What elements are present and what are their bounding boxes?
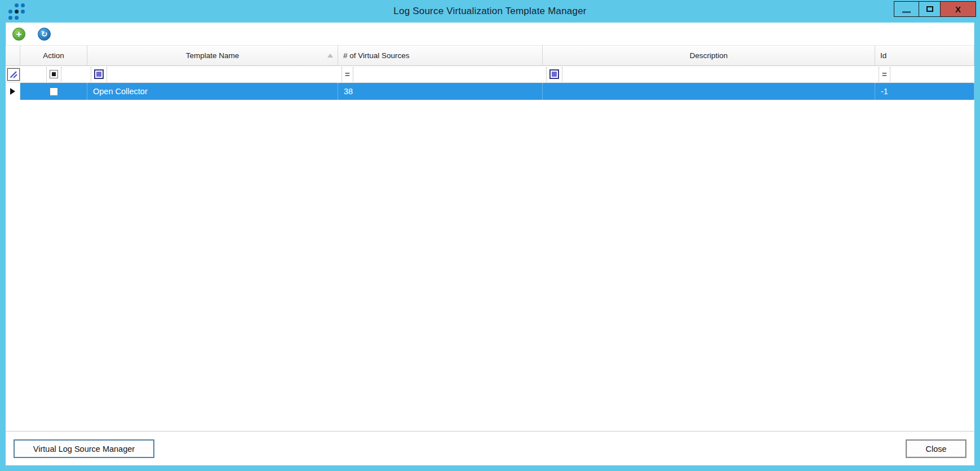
close-icon: X: [955, 5, 961, 14]
virtual-sources-cell[interactable]: 38: [338, 83, 543, 100]
row-arrow-icon: [10, 88, 15, 95]
template-name-cell[interactable]: Open Collector: [87, 83, 338, 100]
footer: Virtual Log Source Manager Close: [6, 431, 974, 465]
column-header-id[interactable]: Id: [875, 45, 974, 66]
filter-cell-description: [543, 66, 875, 83]
checkbox-indeterminate-icon: [50, 70, 58, 78]
window-controls: X: [894, 1, 976, 17]
virtual-log-source-manager-button[interactable]: Virtual Log Source Manager: [14, 439, 154, 458]
description-filter-checkbox-indeterminate[interactable]: [546, 67, 562, 82]
sort-ascending-icon: [327, 54, 333, 58]
column-header-template-name[interactable]: Template Name: [87, 45, 338, 66]
titlebar[interactable]: Log Source Virtualization Template Manag…: [0, 0, 980, 23]
minimize-button[interactable]: [894, 2, 919, 16]
maximize-icon: [926, 6, 933, 12]
filter-row-indicator-cell: [6, 66, 20, 83]
refresh-icon: ↻: [41, 30, 48, 38]
window: Log Source Virtualization Template Manag…: [0, 0, 980, 471]
column-header-action[interactable]: Action: [20, 45, 87, 66]
refresh-button[interactable]: ↻: [38, 28, 51, 41]
equals-operator-icon: =: [345, 70, 350, 78]
column-header-virtual-sources[interactable]: # of Virtual Sources: [338, 45, 543, 66]
column-header-description[interactable]: Description: [543, 45, 875, 66]
equals-operator-icon: =: [882, 70, 887, 78]
edit-filter-icon[interactable]: [7, 68, 20, 81]
action-filter-checkbox-indeterminate[interactable]: [46, 67, 61, 82]
add-template-button[interactable]: +: [12, 28, 25, 41]
window-title: Log Source Virtualization Template Manag…: [0, 0, 980, 23]
filter-cell-id: =: [875, 66, 974, 83]
description-cell[interactable]: [543, 83, 875, 100]
template-name-filter-checkbox-indeterminate[interactable]: [91, 67, 107, 82]
table-row-open-collector[interactable]: Open Collector 38 -1: [6, 83, 974, 100]
client-area: + ↻ Action Template Name # of Virtual So…: [6, 23, 974, 465]
maximize-button[interactable]: [919, 2, 940, 16]
grid-filter-row: = =: [6, 66, 974, 83]
action-cell[interactable]: [20, 83, 87, 100]
grid-header-row: Action Template Name # of Virtual Source…: [6, 45, 974, 66]
checkbox-indeterminate-blue-icon: [94, 69, 104, 79]
header-row-indicator: [6, 45, 20, 66]
grid-empty-area: [6, 100, 974, 431]
filter-cell-virtual-sources: =: [338, 66, 543, 83]
id-filter-operator[interactable]: =: [879, 67, 890, 82]
toolbar: + ↻: [6, 23, 974, 45]
close-window-button[interactable]: X: [940, 2, 975, 16]
id-cell[interactable]: -1: [875, 83, 974, 100]
virtual-sources-filter-operator[interactable]: =: [342, 67, 353, 82]
current-row-indicator: [6, 83, 20, 100]
close-button[interactable]: Close: [906, 439, 966, 458]
checkbox-indeterminate-blue-icon: [549, 69, 559, 79]
add-icon: +: [16, 29, 22, 39]
filter-cell-template-name: [87, 66, 338, 83]
filter-cell-action: [20, 66, 87, 83]
minimize-icon: [902, 11, 911, 13]
action-checkbox-unchecked[interactable]: [50, 87, 58, 96]
